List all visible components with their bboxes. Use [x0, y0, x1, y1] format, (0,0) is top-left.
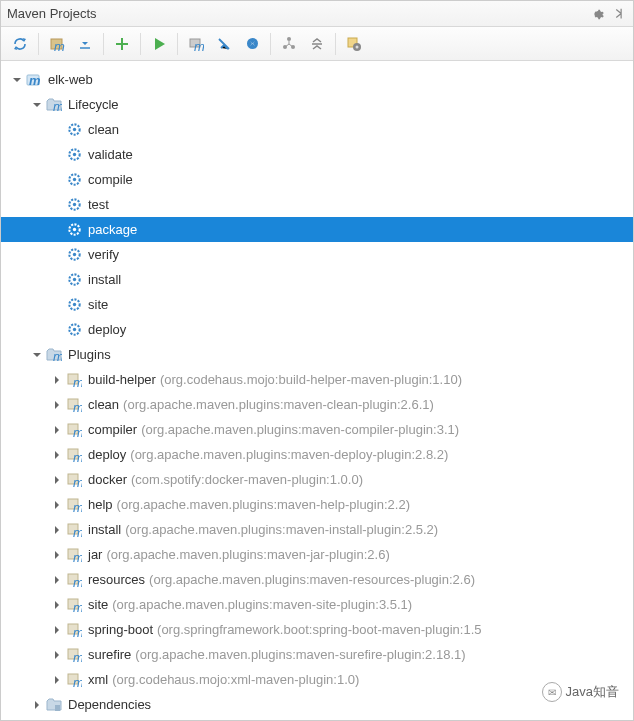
node-icon: m: [25, 71, 43, 89]
show-dependencies-icon[interactable]: [276, 31, 302, 57]
lifecycle-goal-package[interactable]: package: [1, 217, 633, 242]
plugin-jar[interactable]: m jar (org.apache.maven.plugins:maven-ja…: [1, 542, 633, 567]
run-icon[interactable]: [146, 31, 172, 57]
svg-text:m: m: [73, 675, 82, 688]
chevron-icon[interactable]: [49, 197, 65, 213]
lifecycle-goal-compile[interactable]: compile: [1, 167, 633, 192]
chevron-icon[interactable]: [49, 172, 65, 188]
maven-settings-icon[interactable]: [341, 31, 367, 57]
svg-text:m: m: [53, 99, 62, 113]
download-icon[interactable]: [72, 31, 98, 57]
chevron-icon[interactable]: [49, 447, 65, 463]
dependencies-folder[interactable]: Dependencies: [1, 692, 633, 717]
svg-point-25: [72, 253, 75, 256]
collapse-all-icon[interactable]: [304, 31, 330, 57]
chevron-icon[interactable]: [49, 672, 65, 688]
chevron-icon[interactable]: [29, 97, 45, 113]
svg-rect-59: [55, 705, 60, 711]
plugin-clean[interactable]: m clean (org.apache.maven.plugins:maven-…: [1, 392, 633, 417]
generate-sources-icon[interactable]: m: [44, 31, 70, 57]
toolbar: m m: [1, 27, 633, 61]
plugin-xml[interactable]: m xml (org.codehaus.mojo:xml-maven-plugi…: [1, 667, 633, 692]
chevron-icon[interactable]: [49, 397, 65, 413]
chevron-icon[interactable]: [49, 272, 65, 288]
svg-text:m: m: [53, 349, 62, 363]
plugin-surefire[interactable]: m surefire (org.apache.maven.plugins:mav…: [1, 642, 633, 667]
node-icon: [65, 321, 83, 339]
plugin-site[interactable]: m site (org.apache.maven.plugins:maven-s…: [1, 592, 633, 617]
plugin-help[interactable]: m help (org.apache.maven.plugins:maven-h…: [1, 492, 633, 517]
svg-text:m: m: [73, 425, 82, 438]
svg-point-15: [72, 128, 75, 131]
project-tree: m elk-web m Lifecycle clean validate com…: [1, 61, 633, 720]
chevron-icon[interactable]: [49, 147, 65, 163]
chevron-icon[interactable]: [49, 547, 65, 563]
node-icon: m: [65, 521, 83, 539]
lifecycle-goal-clean[interactable]: clean: [1, 117, 633, 142]
chevron-icon[interactable]: [49, 372, 65, 388]
lifecycle-goal-site[interactable]: site: [1, 292, 633, 317]
chevron-icon[interactable]: [49, 622, 65, 638]
node-icon: [45, 696, 63, 714]
chevron-icon[interactable]: [49, 122, 65, 138]
chevron-icon[interactable]: [29, 697, 45, 713]
add-icon[interactable]: [109, 31, 135, 57]
node-icon: [65, 121, 83, 139]
node-icon: [65, 271, 83, 289]
chevron-icon[interactable]: [49, 647, 65, 663]
project-root[interactable]: m elk-web: [1, 67, 633, 92]
plugin-compiler[interactable]: m compiler (org.apache.maven.plugins:mav…: [1, 417, 633, 442]
chevron-icon[interactable]: [49, 522, 65, 538]
plugin-build-helper[interactable]: m build-helper (org.codehaus.mojo:build-…: [1, 367, 633, 392]
chevron-icon[interactable]: [49, 497, 65, 513]
node-icon: m: [45, 346, 63, 364]
refresh-icon[interactable]: [7, 31, 33, 57]
lifecycle-goal-test[interactable]: test: [1, 192, 633, 217]
node-icon: [65, 221, 83, 239]
plugins-folder[interactable]: m Plugins: [1, 342, 633, 367]
titlebar: Maven Projects: [1, 1, 633, 27]
node-icon: [65, 171, 83, 189]
plugin-docker[interactable]: m docker (com.spotify:docker-maven-plugi…: [1, 467, 633, 492]
run-config-icon[interactable]: m: [183, 31, 209, 57]
node-icon: m: [65, 546, 83, 564]
chevron-icon[interactable]: [49, 422, 65, 438]
chevron-icon[interactable]: [49, 297, 65, 313]
node-icon: m: [65, 471, 83, 489]
svg-text:m: m: [194, 39, 204, 52]
chevron-icon[interactable]: [9, 72, 25, 88]
lifecycle-folder[interactable]: m Lifecycle: [1, 92, 633, 117]
chevron-icon[interactable]: [49, 572, 65, 588]
node-icon: [65, 246, 83, 264]
lifecycle-goal-verify[interactable]: verify: [1, 242, 633, 267]
chevron-icon[interactable]: [49, 322, 65, 338]
svg-text:m: m: [73, 500, 82, 513]
plugin-spring-boot[interactable]: m spring-boot (org.springframework.boot:…: [1, 617, 633, 642]
lifecycle-goal-validate[interactable]: validate: [1, 142, 633, 167]
gear-icon[interactable]: [589, 6, 605, 22]
skip-tests-icon[interactable]: [211, 31, 237, 57]
svg-text:m: m: [73, 550, 82, 563]
chevron-icon[interactable]: [49, 472, 65, 488]
plugin-install[interactable]: m install (org.apache.maven.plugins:mave…: [1, 517, 633, 542]
node-icon: m: [65, 621, 83, 639]
node-icon: m: [65, 646, 83, 664]
node-icon: [65, 196, 83, 214]
offline-icon[interactable]: [239, 31, 265, 57]
chevron-icon[interactable]: [49, 222, 65, 238]
svg-text:m: m: [73, 625, 82, 638]
lifecycle-goal-install[interactable]: install: [1, 267, 633, 292]
node-icon: m: [65, 446, 83, 464]
svg-point-29: [72, 303, 75, 306]
hide-icon[interactable]: [611, 6, 627, 22]
chevron-icon[interactable]: [49, 247, 65, 263]
node-icon: m: [65, 571, 83, 589]
chevron-icon[interactable]: [49, 597, 65, 613]
svg-point-10: [356, 45, 359, 48]
lifecycle-goal-deploy[interactable]: deploy: [1, 317, 633, 342]
svg-text:m: m: [73, 375, 82, 388]
plugin-deploy[interactable]: m deploy (org.apache.maven.plugins:maven…: [1, 442, 633, 467]
chevron-icon[interactable]: [29, 347, 45, 363]
svg-point-19: [72, 178, 75, 181]
plugin-resources[interactable]: m resources (org.apache.maven.plugins:ma…: [1, 567, 633, 592]
